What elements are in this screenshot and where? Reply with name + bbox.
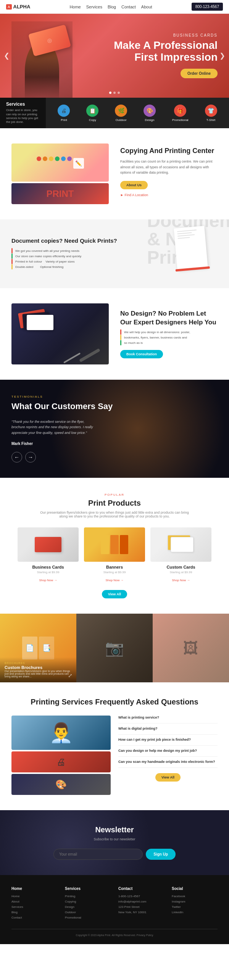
document-section: Document copies? Need Quick Prints? We g… — [0, 219, 229, 288]
faq-view-all-button[interactable]: View All — [155, 773, 181, 782]
footer-blog-link[interactable]: Blog — [11, 911, 57, 914]
custom-cards-subtitle: Starting at $9.99 — [150, 571, 211, 574]
nav-blog[interactable]: Blog — [108, 5, 116, 9]
service-print[interactable]: 🖨 Print — [58, 105, 70, 122]
footer-twitter[interactable]: Twitter — [172, 905, 218, 909]
nav-home[interactable]: Home — [69, 5, 81, 9]
newsletter-signup-button[interactable]: Sign Up — [146, 849, 176, 860]
copying-main-image: ✏️ — [11, 143, 109, 182]
faq-item-2[interactable]: What is digital printing? Digital printi… — [118, 727, 218, 735]
gallery-item-3[interactable]: 🖼 — [153, 614, 229, 682]
design-text: No Design? No Problem Let Our Expert Des… — [120, 309, 218, 358]
faq-question-1: What is printing service? — [118, 716, 218, 719]
service-copy[interactable]: 📋 Copy — [86, 105, 98, 122]
footer-promotional-link[interactable]: Promotional — [65, 916, 111, 919]
footer-services-links: Printing Copying Design Outdoor Promotio… — [65, 895, 111, 919]
outdoor-icon: 🌿 — [115, 105, 127, 117]
footer-facebook[interactable]: Facebook — [172, 895, 218, 898]
hero-subtitle: Business Cards — [92, 33, 218, 37]
nav-about[interactable]: About — [141, 5, 152, 9]
testimonial-navigation: ← → — [11, 452, 218, 463]
hero-next-arrow[interactable]: ❯ — [219, 52, 225, 60]
design-pens — [79, 348, 100, 363]
faq-question-4: Can you design or help me design my prin… — [118, 749, 218, 753]
footer-home-link[interactable]: Home — [11, 895, 57, 898]
hero-section: ◎ ❮ Business Cards Make A Professional F… — [0, 14, 229, 98]
faq-item-4[interactable]: Can you design or help me design my prin… — [118, 749, 218, 757]
faq-item-5[interactable]: Can you scan my handmade originals into … — [118, 760, 218, 768]
faq-section: Printing Services Frequently Asked Quest… — [0, 682, 229, 810]
gallery-section: 📄 📑 Brochures Custom Brochures Our prese… — [0, 614, 229, 682]
hero-dot-2[interactable] — [113, 92, 116, 94]
testimonials-eyebrow: Testimonials — [11, 395, 218, 398]
service-tshirt[interactable]: 👕 T-Shirt — [205, 105, 217, 122]
footer-printing-link[interactable]: Printing — [65, 895, 111, 898]
faq-item-3[interactable]: How can I get my print job piece is fini… — [118, 738, 218, 746]
newsletter-form: Sign Up — [53, 849, 176, 860]
hero-dot-3[interactable] — [118, 92, 120, 94]
newsletter-email-input[interactable] — [53, 849, 143, 860]
footer-copyright: Copyright © 2023 Alpha Print. All Rights… — [11, 934, 218, 936]
copying-desc: Facilities you can count on for a printi… — [120, 159, 218, 175]
hero-dot-1[interactable] — [109, 92, 111, 94]
gallery-fullscreen-icon[interactable]: ⤢ — [68, 672, 73, 679]
tshirt-label: T-Shirt — [206, 118, 216, 122]
hero-prev-arrow[interactable]: ❮ — [4, 52, 10, 60]
footer-home-title: Home — [11, 887, 57, 891]
faq-images: 👨‍💼 🖨 🎨 — [11, 716, 111, 795]
nav-services[interactable]: Services — [86, 5, 102, 9]
phone-button[interactable]: 800-123-4567 — [192, 3, 223, 11]
faq-questions-list: What is printing service? Printing servi… — [118, 716, 218, 795]
testimonial-prev-button[interactable]: ← — [11, 452, 22, 463]
design-images — [11, 303, 109, 364]
copying-section: ✏️ PRINT Copying And Printing Center Fac… — [0, 128, 229, 219]
gallery-desc-1: Our presentation flyers/stickers give to… — [5, 670, 72, 678]
footer-about-link[interactable]: About — [11, 900, 57, 903]
footer-linkedin[interactable]: LinkedIn — [172, 911, 218, 914]
nav-contact[interactable]: Contact — [121, 5, 136, 9]
faq-image-3: 🎨 — [11, 774, 111, 795]
bc-link[interactable]: Shop Now → — [39, 579, 57, 582]
design-consultation-button[interactable]: Book Consultation — [120, 350, 163, 358]
hero-cta-button[interactable]: Order Online — [181, 69, 218, 78]
find-location-link[interactable]: ► Find A Location — [120, 193, 148, 197]
banners-link[interactable]: Shop Now → — [105, 579, 123, 582]
products-eyebrow: Popular — [11, 493, 218, 496]
copying-secondary-image: PRINT — [11, 183, 109, 204]
product-custom-cards: Custom Cards Starting at $9.99 Shop Now … — [150, 527, 211, 582]
custom-cards-image — [150, 527, 211, 562]
faq-image-1: 👨‍💼 — [11, 716, 111, 750]
gallery-item-1[interactable]: 📄 📑 Brochures Custom Brochures Our prese… — [0, 614, 76, 682]
services-label: Services Order and in store, you can rel… — [0, 98, 46, 128]
footer-services-link[interactable]: Services — [11, 905, 57, 909]
footer-col-services: Services Printing Copying Design Outdoor… — [65, 887, 111, 921]
testimonial-next-button[interactable]: → — [25, 452, 36, 463]
footer-contact-link[interactable]: Contact — [11, 916, 57, 919]
logo-text: ALPHA — [13, 4, 31, 10]
testimonials-content: Testimonials What Our Customers Say "Tha… — [11, 395, 218, 463]
footer-outdoor-link[interactable]: Outdoor — [65, 911, 111, 914]
products-grid: Business Cards Starting at $9.99 Shop No… — [11, 527, 218, 582]
gallery-item-2[interactable]: 📷 — [76, 614, 153, 682]
faq-question-5: Can you scan my handmade originals into … — [118, 760, 218, 764]
copying-about-button[interactable]: About Us — [120, 181, 148, 189]
service-design[interactable]: 🎨 Design — [144, 105, 156, 122]
services-bar: Services Order and in store, you can rel… — [0, 98, 229, 128]
print-icon: 🖨 — [58, 105, 70, 117]
view-all-products-button[interactable]: View All — [102, 590, 127, 598]
service-promotional[interactable]: 🎁 Promotional — [172, 105, 189, 122]
footer-col-social: Social Facebook Instagram Twitter Linked… — [172, 887, 218, 921]
custom-cards-link[interactable]: Shop Now → — [172, 579, 190, 582]
footer-instagram[interactable]: Instagram — [172, 900, 218, 903]
faq-content: 👨‍💼 🖨 🎨 What is printing service? Printi… — [11, 716, 218, 795]
logo: A ALPHA — [6, 4, 30, 10]
footer-design-link[interactable]: Design — [65, 905, 111, 909]
copying-text: Copying And Printing Center Facilities y… — [120, 147, 218, 200]
banner-tile-2 — [110, 535, 119, 554]
faq-question-2: What is digital printing? — [118, 727, 218, 730]
footer-copying-link[interactable]: Copying — [65, 900, 111, 903]
service-outdoor[interactable]: 🌿 Outdoor — [115, 105, 127, 122]
faq-item-1[interactable]: What is printing service? Printing servi… — [118, 716, 218, 724]
faq-image-2: 🖨 — [11, 751, 111, 772]
custom-cards-title: Custom Cards — [150, 565, 211, 569]
